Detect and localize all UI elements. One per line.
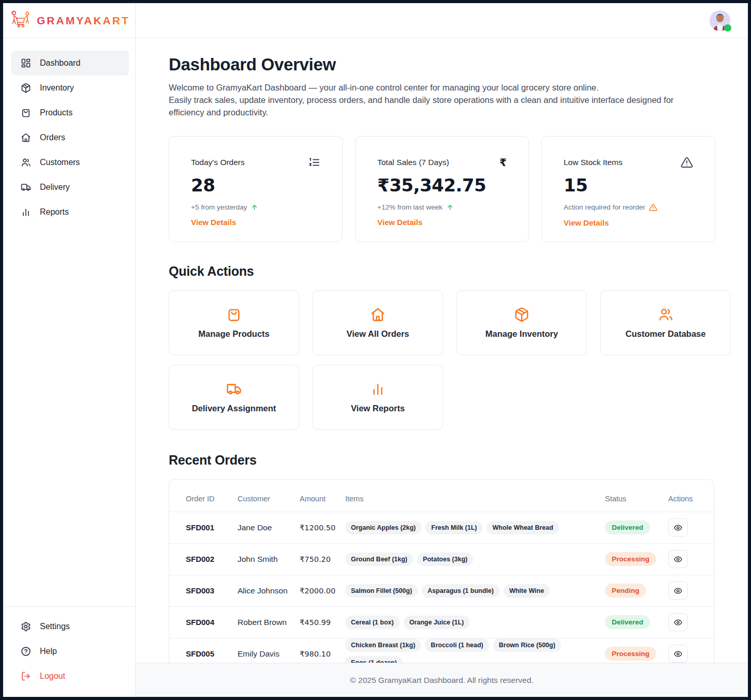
rupee-icon: ₹	[499, 156, 507, 169]
order-customer: Emily Davis	[238, 649, 300, 659]
sidebar-item-label: Inventory	[40, 83, 74, 93]
sidebar-item-reports[interactable]: Reports	[11, 200, 129, 225]
truck-icon	[21, 182, 31, 192]
view-order-button[interactable]	[668, 645, 688, 663]
sidebar-item-label: Dashboard	[40, 58, 80, 68]
sidebar-item-label: Help	[40, 647, 57, 656]
sidebar-item-customers[interactable]: Customers	[11, 150, 129, 175]
quick-action-manage-products[interactable]: Manage Products	[169, 290, 299, 355]
users-icon	[21, 157, 31, 168]
order-customer: Jane Doe	[238, 523, 300, 532]
sidebar-item-logout[interactable]: Logout	[11, 664, 129, 689]
sidebar: Dashboard Inventory Products Orders	[3, 38, 136, 697]
order-item-pill: White Wine	[504, 584, 550, 598]
order-item-pill: Asparagus (1 bundle)	[422, 584, 499, 598]
stat-card-todays-orders: Today's Orders 28 +5 from yesterday	[169, 136, 343, 242]
sidebar-item-label: Logout	[40, 672, 65, 681]
status-badge: Delivered	[605, 520, 650, 534]
status-badge: Delivered	[605, 615, 650, 629]
sidebar-item-dashboard[interactable]: Dashboard	[11, 51, 129, 76]
quick-action-manage-inventory[interactable]: Manage Inventory	[457, 290, 587, 355]
logout-icon	[21, 671, 31, 681]
order-item-pill: Orange Juice (1L)	[404, 616, 470, 629]
table-row: SFD005 Emily Davis ₹980.10 Chicken Breas…	[169, 638, 714, 663]
column-header-status: Status	[605, 495, 668, 503]
sidebar-item-help[interactable]: Help	[11, 639, 129, 664]
order-item-pill: Fresh Milk (1L)	[425, 521, 482, 534]
sidebar-footer: Settings Help Logout	[3, 606, 135, 689]
order-customer: John Smith	[238, 555, 300, 564]
sidebar-item-inventory[interactable]: Inventory	[11, 76, 129, 100]
help-circle-icon	[21, 646, 31, 657]
order-item-pill: Whole Wheat Bread	[487, 521, 558, 534]
dashboard-grid-icon	[21, 58, 31, 68]
ordered-list-icon	[308, 156, 320, 169]
view-order-button[interactable]	[668, 518, 688, 537]
table-row: SFD003 Alice Johnson ₹2000.00 Salmon Fil…	[169, 575, 714, 606]
sidebar-item-label: Delivery	[40, 183, 70, 192]
order-amount: ₹2000.00	[300, 587, 345, 595]
order-items: Salmon Fillet (500g)Asparagus (1 bundle)…	[345, 584, 605, 598]
order-item-pill: Salmon Fillet (500g)	[345, 584, 418, 598]
view-details-link[interactable]: View Details	[377, 218, 422, 227]
order-id: SFD005	[186, 649, 238, 658]
order-customer: Alice Johnson	[238, 586, 300, 595]
order-amount: ₹450.99	[300, 618, 345, 627]
brand-name: GRAMYAKART	[37, 14, 130, 27]
users-icon	[658, 307, 673, 322]
column-header-order-id: Order ID	[186, 495, 238, 503]
quick-action-label: View All Orders	[346, 329, 409, 339]
main-content: Dashboard Overview Welcome to GramyaKart…	[136, 38, 748, 663]
quick-action-label: Manage Inventory	[485, 329, 558, 339]
truck-icon	[226, 381, 242, 397]
order-item-pill: Ground Beef (1kg)	[345, 553, 413, 566]
order-amount: ₹750.20	[300, 555, 345, 563]
quick-action-delivery-assignment[interactable]: Delivery Assignment	[169, 365, 299, 430]
quick-action-label: Manage Products	[198, 329, 270, 339]
sidebar-item-settings[interactable]: Settings	[11, 614, 129, 639]
sidebar-item-label: Settings	[40, 622, 70, 631]
order-id: SFD004	[186, 618, 238, 627]
copyright-text: © 2025 GramyaKart Dashboard. All rights …	[350, 676, 533, 685]
welcome-line-2: Easily track sales, update inventory, pr…	[169, 95, 674, 117]
quick-action-customer-database[interactable]: Customer Database	[600, 290, 731, 355]
eye-icon	[673, 523, 683, 532]
view-order-button[interactable]	[668, 550, 688, 568]
shopping-bag-icon	[21, 108, 31, 118]
top-bar	[136, 3, 748, 38]
gear-icon	[21, 621, 31, 632]
status-badge: Pending	[605, 584, 646, 598]
brand-logo: GRAMYAKART	[3, 3, 136, 38]
order-item-pill: Brown Rice (500g)	[493, 638, 561, 652]
main-area: Dashboard Overview Welcome to GramyaKart…	[136, 38, 748, 697]
bar-chart-icon	[21, 207, 31, 217]
quick-action-label: View Reports	[351, 404, 405, 413]
view-order-button[interactable]	[668, 582, 688, 600]
package-icon	[514, 307, 529, 322]
order-id: SFD001	[186, 523, 238, 532]
quick-actions-grid: Manage Products View All Orders	[169, 290, 748, 430]
stat-label: Low Stock Items	[564, 158, 623, 167]
home-icon	[370, 307, 386, 322]
view-details-link[interactable]: View Details	[191, 218, 236, 227]
status-badge: Processing	[605, 552, 656, 566]
quick-action-view-all-orders[interactable]: View All Orders	[313, 290, 443, 355]
sidebar-item-orders[interactable]: Orders	[11, 125, 129, 150]
view-order-button[interactable]	[668, 613, 688, 631]
sidebar-item-delivery[interactable]: Delivery	[11, 175, 129, 200]
order-items: Chicken Breast (1kg)Broccoli (1 head)Bro…	[345, 638, 605, 663]
welcome-text: Welcome to GramyaKart Dashboard — your a…	[169, 82, 707, 119]
stat-change-text: +5 from yesterday	[191, 203, 247, 211]
eye-icon	[673, 618, 683, 627]
user-avatar[interactable]	[710, 10, 730, 31]
eye-icon	[673, 586, 683, 595]
welcome-line-1: Welcome to GramyaKart Dashboard — your a…	[169, 83, 599, 92]
table-header-row: Order ID Customer Amount Items Status Ac…	[169, 486, 714, 512]
recent-orders-title: Recent Orders	[169, 453, 748, 468]
quick-action-view-reports[interactable]: View Reports	[313, 365, 443, 430]
quick-action-label: Delivery Assignment	[192, 404, 276, 413]
order-item-pill: Eggs (1 dozen)	[345, 656, 403, 663]
view-details-link[interactable]: View Details	[564, 218, 609, 227]
sidebar-item-products[interactable]: Products	[11, 100, 129, 125]
order-amount: ₹980.10	[300, 650, 345, 658]
